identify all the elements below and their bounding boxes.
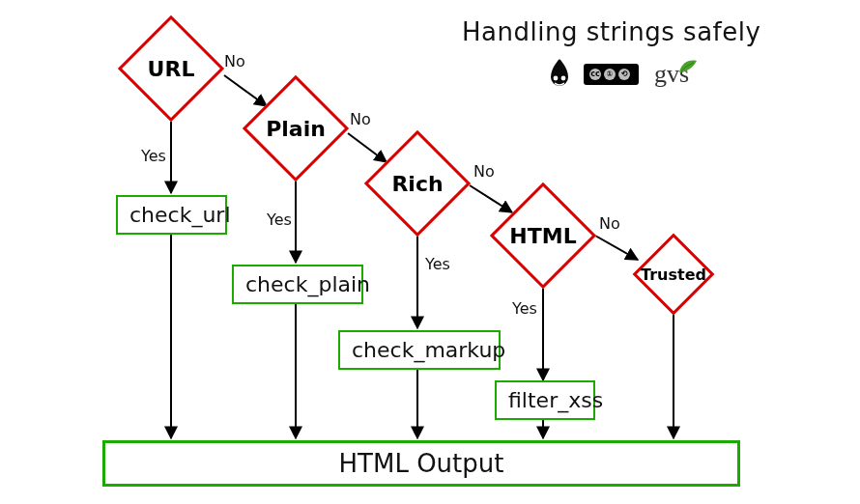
svg-line-5	[595, 236, 638, 260]
terminal-output-label: HTML Output	[339, 449, 504, 478]
process-filter-xss: filter_xss	[495, 380, 595, 420]
edge-rich-no: No	[473, 162, 495, 181]
gvs-logo: gvs	[648, 60, 689, 89]
edge-plain-no: No	[350, 110, 371, 128]
decision-plain: Plain	[258, 91, 333, 166]
decision-rich: Rich	[380, 146, 455, 221]
drupal-icon	[545, 58, 574, 91]
decision-trusted-label: Trusted	[641, 266, 706, 284]
process-check-markup: check_markup	[338, 330, 501, 370]
cc-license-badge: cc①⟲	[584, 64, 639, 85]
edge-html-no: No	[599, 214, 620, 233]
process-check-plain: check_plain	[232, 265, 363, 304]
diagram-canvas: Handling strings safely cc①⟲ gvs	[0, 0, 860, 504]
svg-point-1	[561, 76, 566, 81]
edge-plain-yes: Yes	[267, 210, 292, 229]
edge-url-yes: Yes	[141, 147, 166, 165]
decision-html-label: HTML	[509, 224, 576, 248]
decision-plain-label: Plain	[266, 117, 326, 141]
svg-point-0	[554, 76, 559, 81]
edge-rich-yes: Yes	[425, 255, 450, 273]
leaf-icon	[679, 50, 697, 64]
process-check-url: check_url	[116, 195, 227, 235]
attribution-logos: cc①⟲ gvs	[545, 58, 689, 91]
diagram-title: Handling strings safely	[462, 17, 760, 46]
decision-trusted: Trusted	[645, 245, 702, 303]
decision-rich-label: Rich	[391, 172, 443, 196]
edge-url-no: No	[224, 52, 245, 70]
decision-url-label: URL	[148, 57, 195, 81]
terminal-output: HTML Output	[102, 440, 740, 487]
decision-url: URL	[133, 31, 209, 106]
decision-html: HTML	[505, 198, 581, 273]
edge-html-yes: Yes	[512, 299, 537, 318]
